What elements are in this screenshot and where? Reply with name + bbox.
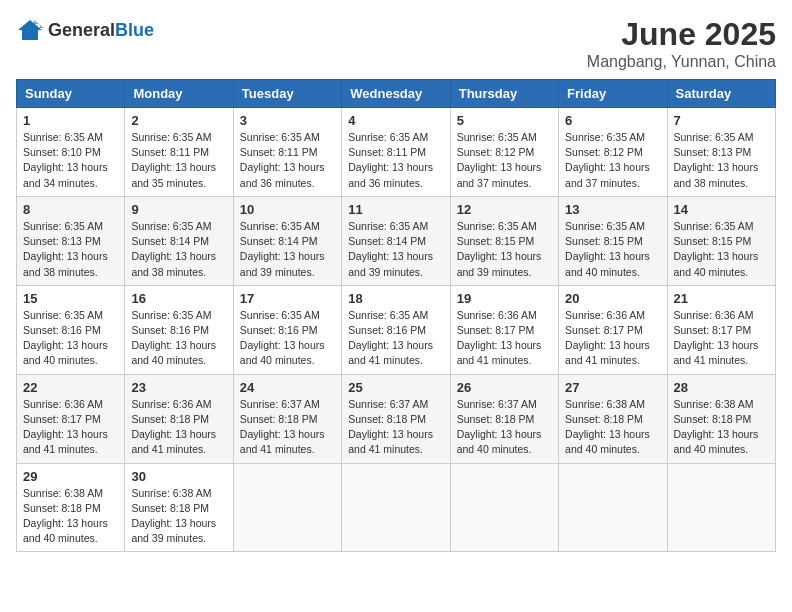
day-number: 3 <box>240 113 335 128</box>
day-number: 19 <box>457 291 552 306</box>
calendar-cell: 20Sunrise: 6:36 AMSunset: 8:17 PMDayligh… <box>559 285 667 374</box>
day-number: 26 <box>457 380 552 395</box>
day-info: Sunrise: 6:35 AMSunset: 8:15 PMDaylight:… <box>565 219 660 280</box>
day-number: 12 <box>457 202 552 217</box>
day-number: 29 <box>23 469 118 484</box>
calendar-cell: 7Sunrise: 6:35 AMSunset: 8:13 PMDaylight… <box>667 108 775 197</box>
calendar-cell: 18Sunrise: 6:35 AMSunset: 8:16 PMDayligh… <box>342 285 450 374</box>
calendar-cell: 14Sunrise: 6:35 AMSunset: 8:15 PMDayligh… <box>667 196 775 285</box>
logo: GeneralBlue <box>16 16 154 44</box>
header-wednesday: Wednesday <box>342 80 450 108</box>
day-number: 2 <box>131 113 226 128</box>
calendar-week-row: 8Sunrise: 6:35 AMSunset: 8:13 PMDaylight… <box>17 196 776 285</box>
day-info: Sunrise: 6:35 AMSunset: 8:11 PMDaylight:… <box>348 130 443 191</box>
header-thursday: Thursday <box>450 80 558 108</box>
calendar-cell: 2Sunrise: 6:35 AMSunset: 8:11 PMDaylight… <box>125 108 233 197</box>
calendar-cell: 22Sunrise: 6:36 AMSunset: 8:17 PMDayligh… <box>17 374 125 463</box>
day-number: 27 <box>565 380 660 395</box>
day-info: Sunrise: 6:35 AMSunset: 8:16 PMDaylight:… <box>240 308 335 369</box>
day-info: Sunrise: 6:35 AMSunset: 8:11 PMDaylight:… <box>240 130 335 191</box>
location-subtitle: Mangbang, Yunnan, China <box>587 53 776 71</box>
calendar-cell: 12Sunrise: 6:35 AMSunset: 8:15 PMDayligh… <box>450 196 558 285</box>
calendar-cell: 3Sunrise: 6:35 AMSunset: 8:11 PMDaylight… <box>233 108 341 197</box>
logo-blue: Blue <box>115 20 154 41</box>
calendar-week-row: 1Sunrise: 6:35 AMSunset: 8:10 PMDaylight… <box>17 108 776 197</box>
calendar-week-row: 22Sunrise: 6:36 AMSunset: 8:17 PMDayligh… <box>17 374 776 463</box>
day-info: Sunrise: 6:35 AMSunset: 8:10 PMDaylight:… <box>23 130 118 191</box>
day-number: 5 <box>457 113 552 128</box>
day-info: Sunrise: 6:35 AMSunset: 8:16 PMDaylight:… <box>23 308 118 369</box>
day-number: 30 <box>131 469 226 484</box>
day-info: Sunrise: 6:37 AMSunset: 8:18 PMDaylight:… <box>348 397 443 458</box>
day-number: 23 <box>131 380 226 395</box>
day-number: 4 <box>348 113 443 128</box>
svg-marker-1 <box>18 20 42 40</box>
day-number: 20 <box>565 291 660 306</box>
day-info: Sunrise: 6:35 AMSunset: 8:12 PMDaylight:… <box>565 130 660 191</box>
logo-text: GeneralBlue <box>48 20 154 41</box>
calendar-cell: 16Sunrise: 6:35 AMSunset: 8:16 PMDayligh… <box>125 285 233 374</box>
day-info: Sunrise: 6:35 AMSunset: 8:12 PMDaylight:… <box>457 130 552 191</box>
header-tuesday: Tuesday <box>233 80 341 108</box>
title-area: June 2025 Mangbang, Yunnan, China <box>587 16 776 71</box>
day-info: Sunrise: 6:35 AMSunset: 8:11 PMDaylight:… <box>131 130 226 191</box>
day-number: 24 <box>240 380 335 395</box>
page-header: GeneralBlue June 2025 Mangbang, Yunnan, … <box>16 16 776 71</box>
day-info: Sunrise: 6:38 AMSunset: 8:18 PMDaylight:… <box>131 486 226 547</box>
header-saturday: Saturday <box>667 80 775 108</box>
calendar-cell: 30Sunrise: 6:38 AMSunset: 8:18 PMDayligh… <box>125 463 233 552</box>
calendar-cell: 8Sunrise: 6:35 AMSunset: 8:13 PMDaylight… <box>17 196 125 285</box>
day-number: 7 <box>674 113 769 128</box>
calendar-cell: 29Sunrise: 6:38 AMSunset: 8:18 PMDayligh… <box>17 463 125 552</box>
calendar-cell: 17Sunrise: 6:35 AMSunset: 8:16 PMDayligh… <box>233 285 341 374</box>
day-number: 25 <box>348 380 443 395</box>
calendar-week-row: 15Sunrise: 6:35 AMSunset: 8:16 PMDayligh… <box>17 285 776 374</box>
day-info: Sunrise: 6:35 AMSunset: 8:13 PMDaylight:… <box>674 130 769 191</box>
day-info: Sunrise: 6:37 AMSunset: 8:18 PMDaylight:… <box>457 397 552 458</box>
calendar-cell: 1Sunrise: 6:35 AMSunset: 8:10 PMDaylight… <box>17 108 125 197</box>
day-number: 13 <box>565 202 660 217</box>
calendar-cell: 11Sunrise: 6:35 AMSunset: 8:14 PMDayligh… <box>342 196 450 285</box>
calendar-week-row: 29Sunrise: 6:38 AMSunset: 8:18 PMDayligh… <box>17 463 776 552</box>
day-number: 6 <box>565 113 660 128</box>
calendar-cell <box>450 463 558 552</box>
day-info: Sunrise: 6:35 AMSunset: 8:15 PMDaylight:… <box>674 219 769 280</box>
calendar-cell <box>233 463 341 552</box>
day-number: 22 <box>23 380 118 395</box>
day-info: Sunrise: 6:38 AMSunset: 8:18 PMDaylight:… <box>23 486 118 547</box>
month-year-title: June 2025 <box>587 16 776 53</box>
calendar-cell: 27Sunrise: 6:38 AMSunset: 8:18 PMDayligh… <box>559 374 667 463</box>
day-info: Sunrise: 6:36 AMSunset: 8:17 PMDaylight:… <box>457 308 552 369</box>
day-info: Sunrise: 6:38 AMSunset: 8:18 PMDaylight:… <box>565 397 660 458</box>
calendar-cell: 23Sunrise: 6:36 AMSunset: 8:18 PMDayligh… <box>125 374 233 463</box>
day-info: Sunrise: 6:36 AMSunset: 8:17 PMDaylight:… <box>674 308 769 369</box>
day-number: 10 <box>240 202 335 217</box>
day-number: 11 <box>348 202 443 217</box>
day-info: Sunrise: 6:35 AMSunset: 8:13 PMDaylight:… <box>23 219 118 280</box>
header-sunday: Sunday <box>17 80 125 108</box>
calendar-cell <box>559 463 667 552</box>
day-number: 9 <box>131 202 226 217</box>
day-number: 17 <box>240 291 335 306</box>
calendar-header: Sunday Monday Tuesday Wednesday Thursday… <box>17 80 776 108</box>
day-number: 28 <box>674 380 769 395</box>
day-info: Sunrise: 6:35 AMSunset: 8:15 PMDaylight:… <box>457 219 552 280</box>
day-info: Sunrise: 6:35 AMSunset: 8:14 PMDaylight:… <box>348 219 443 280</box>
day-number: 15 <box>23 291 118 306</box>
day-number: 1 <box>23 113 118 128</box>
day-info: Sunrise: 6:36 AMSunset: 8:17 PMDaylight:… <box>565 308 660 369</box>
header-monday: Monday <box>125 80 233 108</box>
day-info: Sunrise: 6:35 AMSunset: 8:14 PMDaylight:… <box>240 219 335 280</box>
day-info: Sunrise: 6:38 AMSunset: 8:18 PMDaylight:… <box>674 397 769 458</box>
calendar-cell <box>667 463 775 552</box>
calendar-cell: 15Sunrise: 6:35 AMSunset: 8:16 PMDayligh… <box>17 285 125 374</box>
calendar-cell: 9Sunrise: 6:35 AMSunset: 8:14 PMDaylight… <box>125 196 233 285</box>
weekday-row: Sunday Monday Tuesday Wednesday Thursday… <box>17 80 776 108</box>
calendar-body: 1Sunrise: 6:35 AMSunset: 8:10 PMDaylight… <box>17 108 776 552</box>
calendar-cell: 21Sunrise: 6:36 AMSunset: 8:17 PMDayligh… <box>667 285 775 374</box>
calendar-cell: 13Sunrise: 6:35 AMSunset: 8:15 PMDayligh… <box>559 196 667 285</box>
day-info: Sunrise: 6:35 AMSunset: 8:16 PMDaylight:… <box>131 308 226 369</box>
day-number: 16 <box>131 291 226 306</box>
day-info: Sunrise: 6:35 AMSunset: 8:14 PMDaylight:… <box>131 219 226 280</box>
calendar-cell: 5Sunrise: 6:35 AMSunset: 8:12 PMDaylight… <box>450 108 558 197</box>
